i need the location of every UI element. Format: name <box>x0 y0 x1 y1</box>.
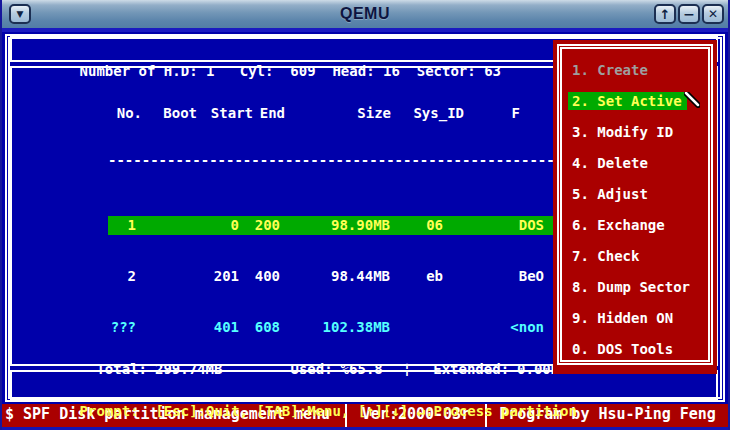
menu-item-set-active[interactable]: 2. Set Active <box>572 85 708 116</box>
menu-item-modify-id[interactable]: 3. Modify ID <box>572 116 708 147</box>
cell-no: ??? <box>108 318 136 337</box>
qemu-window: ▼ QEMU ↑ − ✕ Number of H.D: 1 Cyl: 609 H… <box>0 0 730 430</box>
menu-item-create[interactable]: 1. Create <box>572 54 708 85</box>
col-header-boot: Boot <box>142 103 197 123</box>
minus-icon: − <box>683 6 695 22</box>
cell-no: 2 <box>108 267 136 286</box>
window-title: QEMU <box>340 5 390 23</box>
cell-size: 98.90MB <box>280 216 390 235</box>
dos-screen: Number of H.D: 1 Cyl: 609 Head: 16 Secto… <box>2 32 728 404</box>
cell-no: 1 <box>108 216 136 235</box>
menu-item-dump-sector[interactable]: 8. Dump Sector <box>572 271 708 302</box>
cell-format: DOS <box>443 216 544 235</box>
close-button[interactable]: ✕ <box>702 4 724 24</box>
window-menu-button[interactable]: ▼ <box>9 4 31 24</box>
window-titlebar[interactable]: ▼ QEMU ↑ − ✕ <box>2 0 728 28</box>
cell-format: BeO <box>443 267 544 286</box>
maximize-button[interactable]: ↑ <box>654 4 676 24</box>
context-menu-frame: 1. Create 2. Set Active 3. Modify ID 4. … <box>557 44 713 365</box>
cell-size: 98.44MB <box>280 267 390 286</box>
menu-item-check[interactable]: 7. Check <box>572 240 708 271</box>
col-header-no: No. <box>12 103 142 123</box>
col-header-start: Start <box>197 103 253 123</box>
cell-start: 0 <box>136 216 239 235</box>
cell-end: 200 <box>239 216 280 235</box>
col-header-sys-id: Sys_ID <box>391 103 464 123</box>
cell-size: 102.38MB <box>280 318 390 337</box>
cell-start: 401 <box>136 318 239 337</box>
chevron-down-icon: ▼ <box>17 9 24 19</box>
close-icon: ✕ <box>708 7 718 21</box>
cell-end: 608 <box>239 318 280 337</box>
menu-item-delete[interactable]: 4. Delete <box>572 147 708 178</box>
menu-item-exchange[interactable]: 6. Exchange <box>572 209 708 240</box>
col-header-format: F <box>464 103 520 123</box>
menu-item-adjust[interactable]: 5. Adjust <box>572 178 708 209</box>
prompt-box: Prompt: [Esc]:Quit, [TAB]:Menu, [↑][↓] ↵… <box>10 370 718 400</box>
cell-sys-id: eb <box>390 267 443 286</box>
cell-end: 400 <box>239 267 280 286</box>
arrow-up-icon: ↑ <box>660 7 671 22</box>
prompt-text: Prompt: [Esc]:Quit, [TAB]:Menu, [↑][↓] ↵… <box>80 403 577 419</box>
minimize-button[interactable]: − <box>678 4 700 24</box>
mouse-cursor-icon <box>684 92 700 108</box>
menu-item-dos-tools[interactable]: 0. DOS Tools <box>572 333 708 364</box>
cell-sys-id: 06 <box>390 216 443 235</box>
menu-item-hidden-on[interactable]: 9. Hidden ON <box>572 302 708 333</box>
col-header-size: Size <box>285 103 391 123</box>
context-menu: 1. Create 2. Set Active 3. Modify ID 4. … <box>553 40 717 374</box>
cell-start: 201 <box>136 267 239 286</box>
cell-sys-id <box>390 318 443 337</box>
cell-format: <non <box>443 318 544 337</box>
col-header-end: End <box>253 103 285 123</box>
